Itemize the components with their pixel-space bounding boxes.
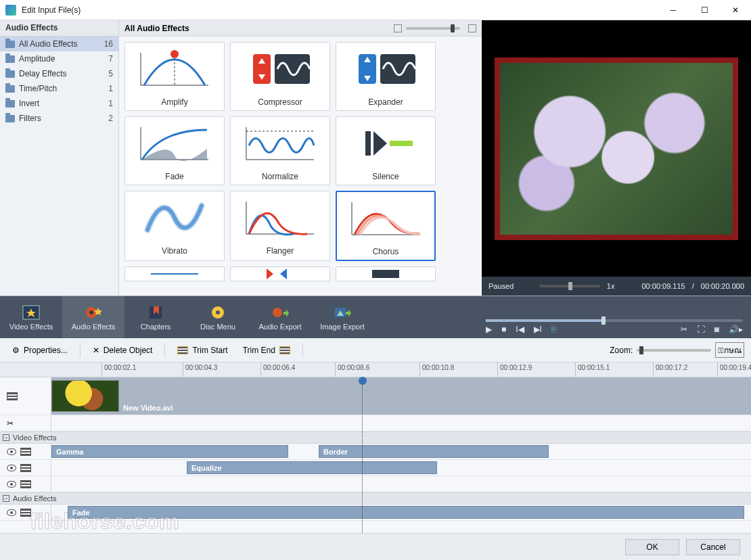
speed-label: 1x: [607, 282, 615, 290]
film-icon[interactable]: [20, 464, 31, 472]
effect-track: Equalize: [0, 460, 751, 476]
ok-button[interactable]: OK: [625, 539, 679, 555]
scrub-bar[interactable]: [486, 319, 743, 322]
effect-peek[interactable]: [336, 266, 436, 281]
time-duration: 00:00:20.000: [701, 282, 744, 290]
effect-fade[interactable]: Fade: [124, 116, 225, 185]
svg-marker-40: [346, 309, 351, 317]
svg-rect-27: [372, 270, 399, 278]
snapshot-button[interactable]: ◙: [714, 325, 719, 334]
tab-image-export[interactable]: Image Export: [311, 296, 373, 338]
effect-peek[interactable]: [230, 266, 330, 281]
effect-amplify[interactable]: Amplify: [124, 42, 225, 111]
minimize-button[interactable]: ─: [658, 0, 689, 20]
trim-start-button[interactable]: Trim Start: [172, 343, 233, 358]
film-star-icon: [22, 304, 41, 321]
thumbnail-size-slider[interactable]: [406, 27, 460, 30]
fit-zoom-icon[interactable]: �ักษณ: [715, 342, 744, 358]
svg-rect-17: [365, 131, 371, 156]
category-panel: Audio Effects All Audio Effects 16 Ampli…: [0, 20, 119, 296]
view-toggle-small-icon[interactable]: [394, 24, 402, 32]
clip-border[interactable]: Border: [319, 445, 549, 458]
next-frame-button[interactable]: ▶I: [534, 325, 542, 334]
effects-grid: Amplify Compressor Expander Fade Normali…: [119, 37, 482, 266]
close-button[interactable]: ✕: [720, 0, 751, 20]
category-all-audio-effects[interactable]: All Audio Effects 16: [0, 37, 118, 51]
effect-compressor[interactable]: Compressor: [230, 42, 330, 111]
prev-frame-button[interactable]: I◀: [516, 325, 524, 334]
video-track: New Video.avi: [0, 377, 751, 415]
tab-audio-effects[interactable]: Audio Effects: [62, 296, 124, 338]
svg-point-3: [170, 50, 179, 58]
section-audio-effects[interactable]: −Audio Effects: [0, 492, 751, 505]
section-video-effects[interactable]: −Video Effects: [0, 431, 751, 444]
gear-icon: ⚙: [12, 346, 20, 355]
disc-icon: [208, 304, 227, 321]
eye-icon[interactable]: [7, 481, 16, 488]
category-header: Audio Effects: [0, 20, 118, 37]
svg-point-35: [216, 310, 220, 314]
effect-expander[interactable]: Expander: [336, 42, 436, 111]
film-icon: [7, 392, 18, 400]
zoom-label: Zoom:: [610, 346, 633, 355]
svg-marker-26: [280, 269, 287, 279]
category-list: All Audio Effects 16 Amplitude 7 Delay E…: [0, 37, 118, 296]
folder-icon: [5, 85, 15, 93]
video-clip[interactable]: [51, 380, 119, 412]
clip-gamma[interactable]: Gamma: [51, 445, 288, 458]
ribbon: Video Effects Audio Effects Chapters Dis…: [0, 296, 751, 338]
timeline-toolbar: ⚙Properties... ✕Delete Object Trim Start…: [0, 338, 751, 363]
film-icon[interactable]: [20, 480, 31, 488]
tab-audio-export[interactable]: Audio Export: [249, 296, 311, 338]
fullscreen-button[interactable]: ⛶: [697, 325, 705, 334]
maximize-button[interactable]: ☐: [689, 0, 720, 20]
effect-silence[interactable]: Silence: [336, 116, 436, 185]
playback-state: Paused: [488, 282, 514, 290]
playhead[interactable]: [362, 377, 363, 533]
properties-button[interactable]: ⚙Properties...: [7, 343, 73, 358]
film-icon: [177, 346, 188, 354]
preview-frame: [495, 57, 738, 240]
clip-equalize[interactable]: Equalize: [187, 461, 437, 474]
cut-button[interactable]: ✂: [681, 325, 687, 334]
category-amplitude[interactable]: Amplitude 7: [0, 51, 118, 66]
split-button[interactable]: ⎘: [551, 325, 556, 334]
category-time-pitch[interactable]: Time/Pitch 1: [0, 81, 118, 96]
category-delay-effects[interactable]: Delay Effects 5: [0, 66, 118, 81]
tab-chapters[interactable]: Chapters: [124, 296, 187, 338]
view-toggle-large-icon[interactable]: [468, 24, 476, 32]
window-title: Edit Input File(s): [22, 5, 658, 15]
trim-end-button[interactable]: Trim End: [237, 343, 296, 358]
timeline: 00:00:02.100:00:04.300:00:06.400:00:08.6…: [0, 363, 751, 533]
category-invert[interactable]: Invert 1: [0, 96, 118, 111]
effects-panel: All Audio Effects Amplify Compressor Exp…: [119, 20, 482, 296]
effect-peek[interactable]: [124, 266, 225, 281]
timeline-ruler[interactable]: 00:00:02.100:00:04.300:00:06.400:00:08.6…: [0, 363, 751, 377]
clip-fade[interactable]: Fade: [68, 506, 744, 519]
effect-normalize[interactable]: Normalize: [230, 116, 330, 185]
bookmark-icon: [146, 304, 165, 321]
speed-slider[interactable]: [539, 285, 600, 287]
tab-video-effects[interactable]: Video Effects: [0, 296, 62, 338]
category-filters[interactable]: Filters 2: [0, 111, 118, 126]
svg-marker-37: [283, 309, 289, 317]
effect-flanger[interactable]: Flanger: [230, 191, 330, 261]
film-icon: [279, 346, 290, 354]
effect-track: Fade: [0, 505, 751, 521]
film-icon[interactable]: [20, 509, 31, 517]
delete-object-button[interactable]: ✕Delete Object: [87, 343, 158, 358]
stop-button[interactable]: ■: [501, 325, 506, 334]
eye-icon[interactable]: [7, 448, 16, 455]
folder-icon: [5, 115, 15, 122]
volume-button[interactable]: 🔊▸: [729, 325, 743, 334]
eye-icon[interactable]: [7, 465, 16, 471]
eye-icon[interactable]: [7, 509, 16, 516]
cancel-button[interactable]: Cancel: [686, 539, 740, 555]
zoom-slider[interactable]: [637, 349, 711, 352]
preview-status: Paused 1x 00:00:09.115 / 00:00:20.000: [482, 277, 751, 296]
play-button[interactable]: ▶: [486, 325, 492, 334]
film-icon[interactable]: [20, 448, 31, 456]
effect-vibrato[interactable]: Vibrato: [124, 191, 225, 261]
tab-disc-menu[interactable]: Disc Menu: [187, 296, 249, 338]
effect-chorus[interactable]: Chorus: [336, 191, 436, 261]
